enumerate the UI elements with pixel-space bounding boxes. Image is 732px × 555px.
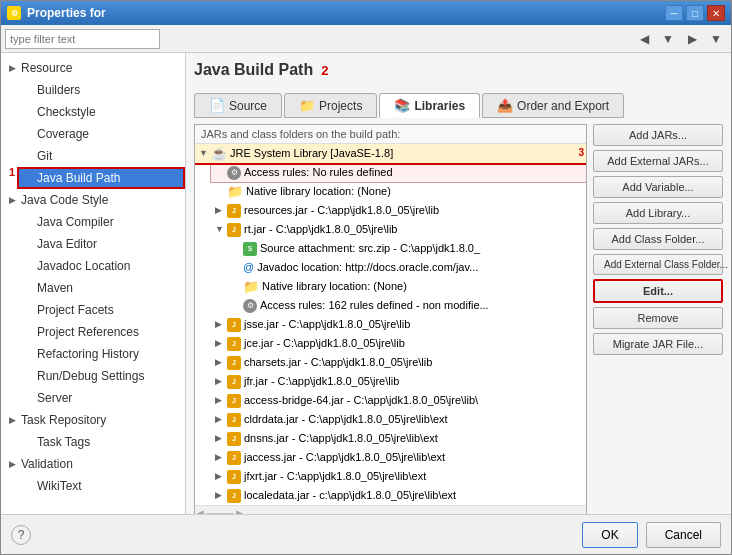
arrow-icon: ▶ [9,59,16,77]
remove-button[interactable]: Remove [593,307,723,329]
expand14: ▶ [215,487,227,504]
expand3: ▶ [215,202,227,219]
tree-item-charsets-jar[interactable]: ▶ J charsets.jar - C:\app\jdk1.8.0_05\jr… [211,353,586,372]
tree-item-access-rules[interactable]: ⚙ Access rules: No rules defined [211,163,586,182]
expand7: ▶ [215,354,227,371]
tab-source-label: Source [229,99,267,113]
jar-icon6: J [227,375,241,389]
cancel-button[interactable]: Cancel [646,522,721,548]
tree-item-jfxrt-jar[interactable]: ▶ J jfxrt.jar - C:\app\jdk1.8.0_05\jre\l… [211,467,586,486]
forward-dropdown2[interactable]: ▼ [705,29,727,49]
libraries-tab-icon: 📚 [394,98,410,113]
jfr-jar-label: jfr.jar - C:\app\jdk1.8.0_05\jre\lib [244,373,399,390]
sidebar-item-run-debug-settings[interactable]: Run/Debug Settings [17,365,185,387]
sidebar-item-task-tags[interactable]: Task Tags [17,431,185,453]
tree-item-cldrdata-jar[interactable]: ▶ J cldrdata.jar - C:\app\jdk1.8.0_05\jr… [211,410,586,429]
tree-item-localedata-jar[interactable]: ▶ J localedata.jar - c:\app\jdk1.8.0_05\… [211,486,586,505]
sidebar-item-coverage[interactable]: Coverage [17,123,185,145]
sidebar-item-java-code-style[interactable]: ▶ Java Code Style [1,189,185,211]
add-external-class-folder-button[interactable]: Add External Class Folder... [593,254,723,275]
charsets-jar-label: charsets.jar - C:\app\jdk1.8.0_05\jre\li… [244,354,432,371]
tab-source[interactable]: 📄 Source [194,93,282,118]
add-library-button[interactable]: Add Library... [593,202,723,224]
bottom-buttons: OK Cancel [582,522,721,548]
sidebar-item-javadoc-location[interactable]: Javadoc Location [17,255,185,277]
jar-icon7: J [227,394,241,408]
sidebar-item-resource[interactable]: ▶ Resource [1,57,185,79]
tab-order-export[interactable]: 📤 Order and Export [482,93,624,118]
add-external-jars-button[interactable]: Add External JARs... [593,150,723,172]
panel-body: JARs and class folders on the build path… [194,124,723,514]
add-jars-button[interactable]: Add JARs... [593,124,723,146]
jar-icon3: J [227,318,241,332]
sidebar-item-checkstyle[interactable]: Checkstyle [17,101,185,123]
tree-item-native-lib[interactable]: 📁 Native library location: (None) [211,182,586,201]
tree-wrapper: JARs and class folders on the build path… [194,124,587,514]
tree-item-dnsns-jar[interactable]: ▶ J dnsns.jar - C:\app\jdk1.8.0_05\jre\l… [211,429,586,448]
tree-item-jfr-jar[interactable]: ▶ J jfr.jar - C:\app\jdk1.8.0_05\jre\lib [211,372,586,391]
tab-projects-label: Projects [319,99,362,113]
horizontal-scrollbar[interactable]: ◀ ▬▬▬ ▶ [195,505,586,514]
sidebar-item-validation[interactable]: ▶ Validation [1,453,185,475]
access-bridge-label: access-bridge-64.jar - C:\app\jdk1.8.0_0… [244,392,478,409]
filter-input[interactable] [5,29,160,49]
jar-icon2: J [227,223,241,237]
sidebar-item-refactoring-history[interactable]: Refactoring History [17,343,185,365]
tab-projects[interactable]: 📁 Projects [284,93,377,118]
annotation-3: 3 [578,144,584,161]
tab-libraries[interactable]: 📚 Libraries [379,93,480,118]
expand8: ▶ [215,373,227,390]
dnsns-jar-label: dnsns.jar - C:\app\jdk1.8.0_05\jre\lib\e… [244,430,438,447]
tree-item-jce-jar[interactable]: ▶ J jce.jar - C:\app\jdk1.8.0_05\jre\lib [211,334,586,353]
tree-item-rt-jar[interactable]: ▼ J rt.jar - C:\app\jdk1.8.0_05\jre\lib [211,220,586,239]
toolbar: ◀ ▼ ▶ ▼ [1,25,731,53]
title-bar-left: ⚙ Properties for [7,6,106,20]
help-button[interactable]: ? [11,525,31,545]
tree-item-access-bridge[interactable]: ▶ J access-bridge-64.jar - C:\app\jdk1.8… [211,391,586,410]
expand13: ▶ [215,468,227,485]
edit-button[interactable]: Edit... [593,279,723,303]
forward-dropdown[interactable]: ▼ [657,29,679,49]
arrow-icon-2: ▶ [9,191,16,209]
sidebar-item-java-build-path[interactable]: Java Build Path 1 [17,167,185,189]
maximize-button[interactable]: □ [686,5,704,21]
tree-item-javadoc-loc[interactable]: @ Javadoc location: http://docs.oracle.c… [227,258,586,277]
minimize-button[interactable]: ─ [665,5,683,21]
expand-icon: ▼ [199,145,211,162]
tree-item-native-lib2[interactable]: 📁 Native library location: (None) [227,277,586,296]
sidebar-item-git[interactable]: Git [17,145,185,167]
window-controls: ─ □ ✕ [665,5,725,21]
sidebar-item-maven[interactable]: Maven [17,277,185,299]
jre-lib-label: JRE System Library [JavaSE-1.8] [230,145,393,162]
access-icon: ⚙ [227,166,241,180]
tree-item-jaccess-jar[interactable]: ▶ J jaccess.jar - C:\app\jdk1.8.0_05\jre… [211,448,586,467]
migrate-jar-button[interactable]: Migrate JAR File... [593,333,723,355]
add-class-folder-button[interactable]: Add Class Folder... [593,228,723,250]
access-rules2-label: Access rules: 162 rules defined - non mo… [260,297,489,314]
folder-icon2: 📁 [243,278,259,295]
ok-button[interactable]: OK [582,522,637,548]
sidebar-item-server[interactable]: Server [17,387,185,409]
tree-item-resources-jar[interactable]: ▶ J resources.jar - C:\app\jdk1.8.0_05\j… [211,201,586,220]
access-icon2: ⚙ [243,299,257,313]
sidebar-item-wikitext[interactable]: WikiText [17,475,185,497]
access-rules-label: Access rules: No rules defined [244,164,393,181]
tree-item-src-attach[interactable]: S Source attachment: src.zip - C:\app\jd… [227,239,586,258]
tree-item-jsse-jar[interactable]: ▶ J jsse.jar - C:\app\jdk1.8.0_05\jre\li… [211,315,586,334]
sidebar-item-project-facets[interactable]: Project Facets [17,299,185,321]
sidebar-item-java-editor[interactable]: Java Editor [17,233,185,255]
close-button[interactable]: ✕ [707,5,725,21]
forward-button[interactable]: ▶ [681,29,703,49]
back-button[interactable]: ◀ [633,29,655,49]
sidebar-item-java-compiler[interactable]: Java Compiler [17,211,185,233]
sidebar-item-task-repository[interactable]: ▶ Task Repository [1,409,185,431]
tree-scroll-area[interactable]: ▼ ☕ JRE System Library [JavaSE-1.8] 3 ⚙ … [195,144,586,505]
sidebar-item-project-references[interactable]: Project References [17,321,185,343]
sidebar-item-builders[interactable]: Builders [17,79,185,101]
jar-icon5: J [227,356,241,370]
add-variable-button[interactable]: Add Variable... [593,176,723,198]
tree-item-jre-lib[interactable]: ▼ ☕ JRE System Library [JavaSE-1.8] 3 [195,144,586,163]
arrow-icon-3: ▶ [9,411,16,429]
resources-jar-label: resources.jar - C:\app\jdk1.8.0_05\jre\l… [244,202,439,219]
tree-item-access-rules2[interactable]: ⚙ Access rules: 162 rules defined - non … [227,296,586,315]
